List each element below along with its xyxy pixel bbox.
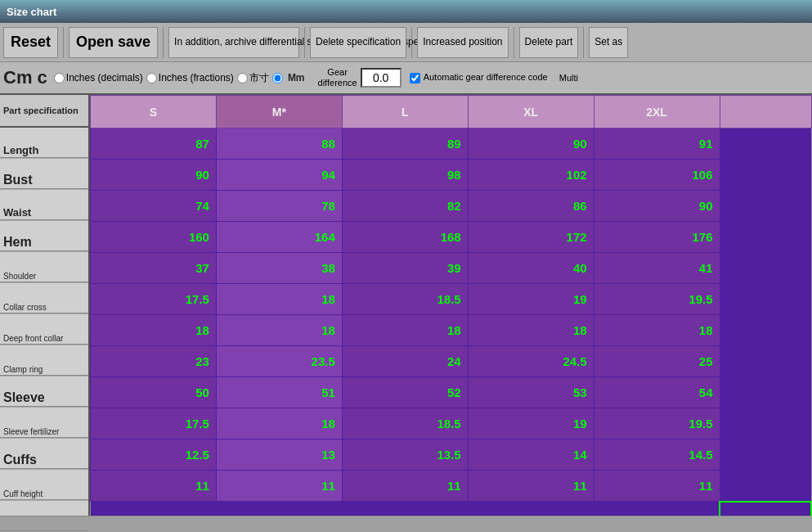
cell-6-4[interactable]: 18 [594, 315, 720, 346]
open-save-button[interactable]: Open save [69, 27, 158, 58]
cell-11-1[interactable]: 11 [216, 471, 342, 502]
cell-0-4[interactable]: 91 [594, 128, 720, 160]
cell-7-4[interactable]: 25 [594, 346, 720, 377]
cell-2-2[interactable]: 82 [342, 191, 468, 222]
increased-pos-button[interactable]: Increased position [417, 27, 508, 58]
cell-5-0[interactable]: 17.5 [91, 284, 217, 315]
cell-3-4[interactable]: 176 [594, 222, 720, 253]
cell-9-2[interactable]: 18.5 [342, 408, 468, 440]
cell-7-3[interactable]: 24.5 [468, 346, 594, 377]
cell-10-1[interactable]: 13 [216, 440, 342, 471]
cell-0-5[interactable] [720, 128, 811, 160]
cell-7-1[interactable]: 23.5 [216, 346, 342, 377]
cell-9-5[interactable] [720, 408, 811, 440]
cell-1-5[interactable] [720, 160, 811, 191]
cell-10-5[interactable] [720, 440, 811, 471]
cell-5-5[interactable] [720, 284, 811, 315]
cell-2-4[interactable]: 90 [594, 191, 720, 222]
cell-2-0[interactable]: 74 [91, 191, 217, 222]
auto-gear-checkbox[interactable] [410, 73, 420, 83]
cell-6-3[interactable]: 18 [468, 315, 594, 346]
table-row-7: 2323.52424.525 [91, 346, 812, 377]
cell-0-1[interactable]: 88 [216, 128, 342, 160]
cell-11-3[interactable]: 11 [468, 471, 594, 502]
cell-8-5[interactable] [720, 377, 811, 408]
cell-2-3[interactable]: 86 [468, 191, 594, 222]
cell-3-0[interactable]: 160 [91, 222, 217, 253]
cell-5-2[interactable]: 18.5 [342, 284, 468, 315]
cell-12-1[interactable] [216, 502, 342, 516]
reset-button[interactable]: Reset [3, 27, 58, 58]
cell-9-0[interactable]: 17.5 [91, 408, 217, 440]
cell-12-3[interactable] [468, 502, 594, 516]
cell-4-0[interactable]: 37 [91, 253, 217, 284]
shicun-label[interactable]: 市寸 [249, 71, 269, 85]
cell-4-1[interactable]: 38 [216, 253, 342, 284]
archive-button[interactable]: In addition, archive differential shrink… [168, 27, 299, 58]
cell-11-2[interactable]: 11 [342, 471, 468, 502]
shicun-radio[interactable] [237, 73, 248, 83]
cell-3-1[interactable]: 164 [216, 222, 342, 253]
cell-12-5[interactable] [720, 502, 811, 516]
cell-12-4[interactable] [594, 502, 720, 516]
cell-5-3[interactable]: 19 [468, 284, 594, 315]
delete-part-button[interactable]: Delete part [519, 27, 579, 58]
cell-8-4[interactable]: 54 [594, 377, 720, 408]
cell-8-3[interactable]: 53 [468, 377, 594, 408]
cell-0-2[interactable]: 89 [342, 128, 468, 160]
cell-7-2[interactable]: 24 [342, 346, 468, 377]
sep1 [63, 27, 64, 58]
cell-5-4[interactable]: 19.5 [594, 284, 720, 315]
delete-spec-button[interactable]: Delete specification [310, 27, 406, 58]
cell-12-2[interactable] [342, 502, 468, 516]
cell-4-4[interactable]: 41 [594, 253, 720, 284]
shicun-group: 市寸 [237, 71, 269, 85]
cell-2-1[interactable]: 78 [216, 191, 342, 222]
inches-dec-radio[interactable] [54, 73, 65, 83]
cell-9-3[interactable]: 19 [468, 408, 594, 440]
cell-2-5[interactable] [720, 191, 811, 222]
cell-12-0[interactable] [91, 502, 217, 516]
cell-8-1[interactable]: 51 [216, 377, 342, 408]
col-header-4: 2XL [594, 96, 720, 128]
cell-7-0[interactable]: 23 [91, 346, 217, 377]
cell-4-5[interactable] [720, 253, 811, 284]
set-as-button[interactable]: Set as [589, 27, 628, 58]
cell-11-0[interactable]: 11 [91, 471, 217, 502]
cell-4-2[interactable]: 39 [342, 253, 468, 284]
cell-6-0[interactable]: 18 [91, 315, 217, 346]
cell-5-1[interactable]: 18 [216, 284, 342, 315]
cell-3-5[interactable] [720, 222, 811, 253]
cell-10-0[interactable]: 12.5 [91, 440, 217, 471]
cell-3-2[interactable]: 168 [342, 222, 468, 253]
inches-dec-group: Inches (decimals) [54, 72, 143, 83]
mm-radio[interactable] [272, 73, 283, 83]
cell-8-0[interactable]: 50 [91, 377, 217, 408]
mm-label[interactable]: Mm [288, 72, 305, 83]
cell-11-5[interactable] [720, 471, 811, 502]
cell-10-4[interactable]: 14.5 [594, 440, 720, 471]
cell-10-3[interactable]: 14 [468, 440, 594, 471]
cell-8-2[interactable]: 52 [342, 377, 468, 408]
cell-1-0[interactable]: 90 [91, 160, 217, 191]
cell-1-4[interactable]: 106 [594, 160, 720, 191]
cell-1-1[interactable]: 94 [216, 160, 342, 191]
inches-frac-radio[interactable] [146, 73, 157, 83]
cell-6-1[interactable]: 18 [216, 315, 342, 346]
cell-9-1[interactable]: 18 [216, 408, 342, 440]
inches-dec-label[interactable]: Inches (decimals) [66, 72, 143, 83]
cell-9-4[interactable]: 19.5 [594, 408, 720, 440]
cell-1-2[interactable]: 98 [342, 160, 468, 191]
cell-1-3[interactable]: 102 [468, 160, 594, 191]
cell-4-3[interactable]: 40 [468, 253, 594, 284]
inches-frac-label[interactable]: Inches (fractions) [159, 72, 234, 83]
cell-0-0[interactable]: 87 [91, 128, 217, 160]
cell-6-2[interactable]: 18 [342, 315, 468, 346]
cell-0-3[interactable]: 90 [468, 128, 594, 160]
cell-10-2[interactable]: 13.5 [342, 440, 468, 471]
cell-3-3[interactable]: 172 [468, 222, 594, 253]
cell-7-5[interactable] [720, 346, 811, 377]
cell-6-5[interactable] [720, 315, 811, 346]
cell-11-4[interactable]: 11 [594, 471, 720, 502]
gear-diff-input[interactable] [361, 68, 402, 88]
